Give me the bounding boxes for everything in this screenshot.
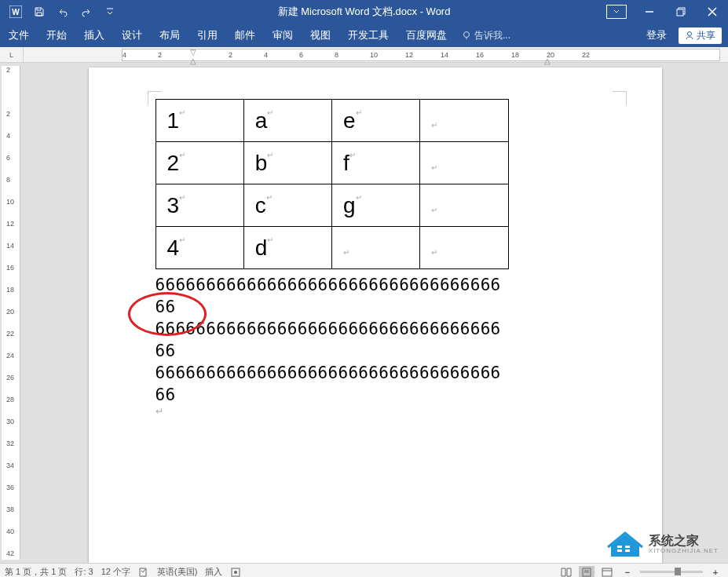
share-button[interactable]: 共享 bbox=[679, 27, 722, 44]
table-cell[interactable]: ↵ bbox=[420, 227, 508, 269]
paragraph-text[interactable]: 6666666666666666666666666666666666666666… bbox=[155, 274, 509, 406]
table-cell[interactable]: ↵ bbox=[420, 184, 508, 227]
cell-text: d bbox=[255, 236, 268, 260]
document-page[interactable]: 1↵a↵e↵↵2↵b↵f↵↵3↵c↵g↵↵4↵d↵↵↵ 666666666666… bbox=[89, 68, 662, 563]
document-scroll-area[interactable]: 1↵a↵e↵↵2↵b↵f↵↵3↵c↵g↵↵4↵d↵↵↵ 666666666666… bbox=[22, 63, 728, 563]
cell-text: b bbox=[255, 151, 268, 175]
word-app-icon[interactable]: W bbox=[6, 2, 25, 21]
table-cell[interactable]: a↵ bbox=[243, 100, 331, 142]
cell-mark: ↵ bbox=[431, 206, 437, 214]
vertical-ruler[interactable]: 224681012141618202224262830323436384042 bbox=[2, 66, 20, 560]
table-cell[interactable]: g↵ bbox=[332, 184, 420, 227]
view-print-layout[interactable] bbox=[579, 566, 594, 578]
tab-review[interactable]: 审阅 bbox=[264, 24, 302, 47]
svg-rect-13 bbox=[602, 568, 612, 576]
status-insert-mode[interactable]: 插入 bbox=[205, 566, 222, 577]
zoom-slider[interactable] bbox=[640, 571, 703, 573]
view-read-mode[interactable] bbox=[558, 566, 574, 578]
text-line[interactable]: 666666666666666666666666666666666666 bbox=[155, 274, 509, 318]
table-cell[interactable]: 1↵ bbox=[155, 100, 243, 142]
table-cell[interactable]: 2↵ bbox=[155, 142, 243, 184]
table-cell[interactable]: f↵ bbox=[332, 142, 420, 184]
save-icon bbox=[34, 6, 45, 17]
tab-mailings[interactable]: 邮件 bbox=[226, 24, 264, 47]
h-ruler-tick: 18 bbox=[511, 51, 519, 59]
v-ruler-tick: 12 bbox=[6, 220, 14, 228]
status-line[interactable]: 行: 3 bbox=[75, 566, 93, 577]
cell-mark: ↵ bbox=[179, 108, 185, 117]
table-cell[interactable]: d↵ bbox=[243, 227, 331, 269]
tab-insert[interactable]: 插入 bbox=[75, 24, 113, 47]
text-line[interactable]: 666666666666666666666666666666666666 bbox=[155, 362, 509, 406]
save-button[interactable] bbox=[30, 2, 49, 21]
h-ruler-tick: 2 bbox=[158, 51, 162, 59]
table-cell[interactable]: e↵ bbox=[332, 100, 420, 142]
table-cell[interactable]: c↵ bbox=[243, 184, 331, 227]
tab-baidu-netdisk[interactable]: 百度网盘 bbox=[397, 24, 455, 47]
margin-corner-tr bbox=[613, 91, 627, 105]
table-row[interactable]: 2↵b↵f↵↵ bbox=[155, 142, 508, 184]
indent-marker-first[interactable]: ▽ bbox=[190, 48, 196, 57]
tell-me-label: 告诉我... bbox=[474, 29, 510, 42]
status-macro[interactable] bbox=[230, 567, 241, 578]
tab-view[interactable]: 视图 bbox=[302, 24, 339, 47]
table-row[interactable]: 4↵d↵↵↵ bbox=[155, 227, 508, 269]
tab-design[interactable]: 设计 bbox=[113, 24, 151, 47]
minimize-button[interactable] bbox=[634, 0, 665, 24]
view-web-layout[interactable] bbox=[599, 566, 615, 578]
cell-text: g bbox=[343, 193, 356, 217]
status-page[interactable]: 第 1 页，共 1 页 bbox=[5, 566, 67, 577]
zoom-thumb[interactable] bbox=[675, 568, 681, 575]
window-controls bbox=[602, 0, 728, 24]
v-ruler-tick: 2 bbox=[6, 110, 10, 118]
tab-developer[interactable]: 开发工具 bbox=[339, 24, 397, 47]
horizontal-ruler[interactable]: ▽ △ △ 42246810121416182022 bbox=[122, 49, 720, 61]
status-wordcount[interactable]: 12 个字 bbox=[101, 566, 130, 577]
share-label: 共享 bbox=[697, 29, 715, 42]
status-spellcheck[interactable] bbox=[138, 567, 149, 578]
h-ruler-tick: 2 bbox=[229, 51, 232, 59]
web-layout-icon bbox=[602, 568, 613, 577]
indent-marker-hanging[interactable]: △ bbox=[190, 57, 196, 65]
tab-references[interactable]: 引用 bbox=[188, 24, 226, 47]
v-ruler-tick: 2 bbox=[6, 66, 10, 74]
customize-qat-button[interactable] bbox=[101, 2, 119, 21]
document-table[interactable]: 1↵a↵e↵↵2↵b↵f↵↵3↵c↵g↵↵4↵d↵↵↵ bbox=[155, 99, 509, 269]
cell-text: 4 bbox=[167, 236, 180, 260]
cell-text: c bbox=[255, 193, 266, 217]
cell-text: e bbox=[343, 108, 356, 133]
table-row[interactable]: 3↵c↵g↵↵ bbox=[155, 184, 508, 227]
restore-button[interactable] bbox=[665, 0, 697, 24]
undo-button[interactable] bbox=[53, 2, 72, 21]
ribbon-tabs: 文件 开始 插入 设计 布局 引用 邮件 审阅 视图 开发工具 百度网盘 告诉我… bbox=[0, 24, 728, 47]
table-row[interactable]: 1↵a↵e↵↵ bbox=[155, 100, 508, 142]
ribbon-display-options[interactable] bbox=[602, 0, 634, 24]
tell-me-search[interactable]: 告诉我... bbox=[462, 29, 510, 42]
table-cell[interactable]: ↵ bbox=[420, 142, 508, 184]
table-cell[interactable]: 4↵ bbox=[155, 227, 243, 269]
svg-text:W: W bbox=[12, 8, 20, 16]
cell-text: a bbox=[255, 108, 268, 133]
cell-text: 3 bbox=[167, 193, 180, 217]
status-language[interactable]: 英语(美国) bbox=[157, 566, 197, 577]
tab-layout[interactable]: 布局 bbox=[151, 24, 188, 47]
table-cell[interactable]: b↵ bbox=[243, 142, 331, 184]
cell-mark: ↵ bbox=[266, 193, 273, 202]
table-cell[interactable]: 3↵ bbox=[155, 184, 243, 227]
tab-file[interactable]: 文件 bbox=[0, 24, 38, 47]
zoom-out-button[interactable]: − bbox=[620, 566, 635, 578]
watermark-brand: 系统之家 bbox=[649, 535, 719, 547]
tab-home[interactable]: 开始 bbox=[38, 24, 75, 47]
title-bar: W 新建 Microsoft Word 文档.docx - Word bbox=[0, 0, 728, 24]
zoom-in-button[interactable]: + bbox=[708, 566, 723, 578]
table-cell[interactable]: ↵ bbox=[332, 227, 420, 269]
login-button[interactable]: 登录 bbox=[638, 24, 675, 47]
table-cell[interactable]: ↵ bbox=[420, 100, 508, 142]
cell-mark: ↵ bbox=[179, 193, 185, 202]
tab-selector[interactable]: L bbox=[0, 47, 24, 63]
redo-button[interactable] bbox=[77, 2, 96, 21]
svg-point-7 bbox=[688, 32, 692, 36]
cell-mark: ↵ bbox=[179, 151, 185, 159]
text-line[interactable]: 666666666666666666666666666666666666 bbox=[155, 318, 509, 362]
close-button[interactable] bbox=[697, 0, 728, 24]
